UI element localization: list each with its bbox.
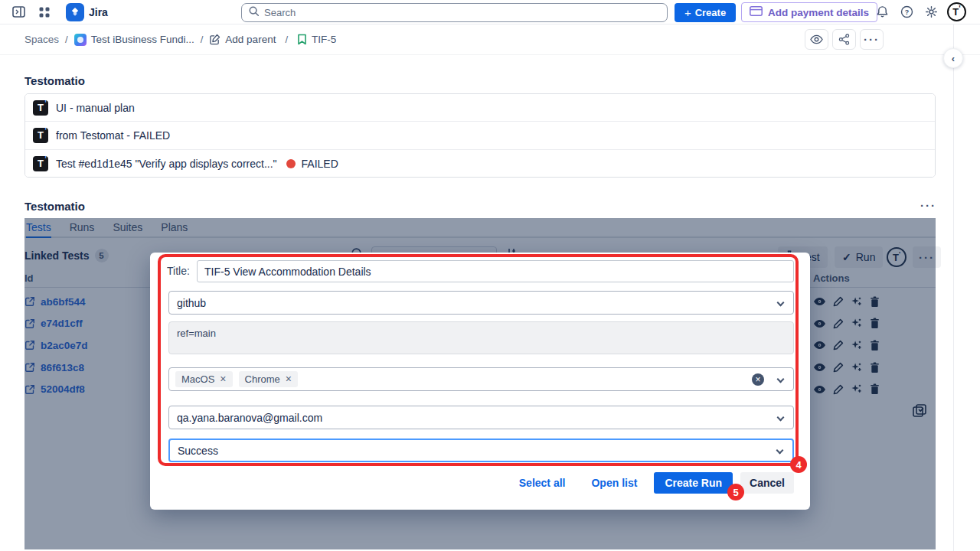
status-select[interactable]: Success bbox=[168, 439, 794, 462]
plus-icon: + bbox=[684, 7, 691, 18]
top-navigation-bar: Jira + Create Add payment details ? bbox=[0, 0, 980, 24]
search-icon bbox=[248, 5, 260, 20]
testomatio-link-item[interactable]: UI - manual plan bbox=[25, 94, 935, 122]
jira-home-link[interactable]: Jira bbox=[66, 3, 108, 21]
annotation-step-5-badge: 5 bbox=[727, 484, 744, 500]
env-tag: MacOS bbox=[175, 371, 233, 387]
svg-text:?: ? bbox=[904, 8, 908, 16]
panel-divider bbox=[953, 24, 954, 551]
sidebar-toggle-icon[interactable] bbox=[8, 2, 29, 23]
failed-status-label: FAILED bbox=[302, 158, 338, 170]
user-avatar[interactable] bbox=[947, 2, 966, 21]
create-run-modal: Title: github ref=main MacOS Chrome qa.y… bbox=[150, 253, 810, 510]
add-parent-button[interactable]: Add parent bbox=[209, 34, 276, 45]
help-icon[interactable]: ? bbox=[896, 2, 917, 23]
breadcrumb: Spaces / Test iBusiness Fundi... / Add p… bbox=[24, 34, 336, 46]
select-all-button[interactable]: Select all bbox=[519, 477, 566, 489]
testomatio-panel-title: Testomatio bbox=[24, 200, 85, 213]
global-search[interactable] bbox=[241, 3, 668, 22]
testomatio-link-item[interactable]: Test #ed1d1e45 "Verify app displays corr… bbox=[25, 150, 935, 178]
collapse-panel-button[interactable] bbox=[943, 48, 963, 68]
testomatio-section-title: Testomatio bbox=[24, 74, 85, 87]
chevron-down-icon bbox=[777, 299, 785, 307]
testomatio-link-item[interactable]: from Testomat - FAILED bbox=[25, 122, 935, 149]
app-name: Jira bbox=[89, 6, 108, 18]
chevron-down-icon bbox=[776, 447, 784, 455]
clear-all-icon[interactable] bbox=[752, 373, 764, 386]
more-actions-icon[interactable]: ··· bbox=[860, 29, 884, 50]
remove-tag-icon[interactable] bbox=[220, 373, 226, 385]
annotation-step-4-badge: 4 bbox=[790, 456, 807, 473]
edit-icon bbox=[209, 34, 220, 45]
search-input[interactable] bbox=[264, 7, 661, 18]
page-actions: ··· bbox=[805, 29, 884, 50]
share-icon[interactable] bbox=[832, 29, 856, 50]
failed-status-dot-icon bbox=[286, 159, 296, 168]
add-payment-details-button[interactable]: Add payment details bbox=[741, 2, 877, 22]
settings-gear-icon[interactable] bbox=[920, 2, 942, 23]
space-icon bbox=[74, 34, 87, 46]
jira-page: Jira + Create Add payment details ? bbox=[0, 0, 980, 551]
testomatio-logo-icon bbox=[33, 156, 48, 171]
panel-more-icon[interactable]: ··· bbox=[920, 199, 936, 212]
run-title-input[interactable] bbox=[197, 260, 794, 282]
annotation-red-rectangle bbox=[158, 254, 799, 466]
breadcrumb-spaces[interactable]: Spaces bbox=[24, 34, 59, 45]
credit-card-icon bbox=[750, 6, 763, 18]
remove-tag-icon[interactable] bbox=[286, 373, 292, 385]
watch-eye-icon[interactable] bbox=[805, 29, 828, 50]
environment-multiselect[interactable]: MacOS Chrome bbox=[168, 367, 794, 391]
app-switcher-icon[interactable] bbox=[34, 2, 55, 23]
create-button[interactable]: + Create bbox=[675, 3, 736, 22]
jira-logo-icon bbox=[66, 3, 84, 21]
testomatio-logo-icon bbox=[33, 100, 48, 116]
title-label: Title: bbox=[167, 265, 190, 277]
modal-footer: Select all Open list Create Run Cancel bbox=[168, 471, 794, 494]
notifications-bell-icon[interactable] bbox=[871, 2, 893, 23]
open-list-button[interactable]: Open list bbox=[591, 477, 637, 489]
cancel-button[interactable]: Cancel bbox=[740, 472, 794, 494]
source-select[interactable]: github bbox=[168, 291, 794, 315]
bookmark-icon bbox=[297, 34, 307, 45]
testomatio-link-list: UI - manual plan from Testomat - FAILED … bbox=[24, 93, 936, 178]
create-run-button[interactable]: Create Run bbox=[654, 472, 733, 494]
chevron-down-icon bbox=[777, 376, 785, 383]
testomatio-logo-icon bbox=[33, 128, 48, 143]
params-textarea[interactable]: ref=main bbox=[168, 321, 794, 354]
breadcrumb-issue[interactable]: TIF-5 bbox=[297, 34, 336, 45]
assignee-select[interactable]: qa.yana.baranova@gmail.com bbox=[168, 406, 794, 429]
chevron-down-icon bbox=[777, 414, 785, 422]
breadcrumb-row: Spaces / Test iBusiness Fundi... / Add p… bbox=[0, 24, 980, 55]
env-tag: Chrome bbox=[239, 371, 298, 387]
breadcrumb-space[interactable]: Test iBusiness Fundi... bbox=[74, 34, 194, 46]
